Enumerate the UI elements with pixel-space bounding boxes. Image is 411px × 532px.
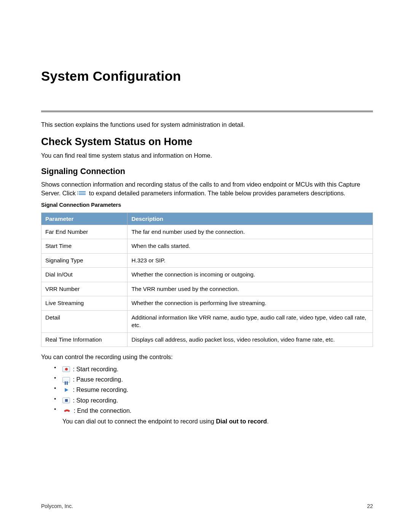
- section-heading: Check System Status on Home: [41, 136, 373, 148]
- subsection-text: Shows connection information and recordi…: [41, 180, 373, 198]
- control-label: : End the connection.: [74, 407, 132, 414]
- footer-page-number: 22: [367, 503, 373, 509]
- desc-cell: Additional information like VRR name, au…: [127, 310, 373, 332]
- table-header-parameter: Parameter: [41, 212, 127, 225]
- list-item: : Resume recording.: [62, 385, 373, 395]
- horizontal-rule: [41, 110, 373, 112]
- desc-cell: Whether the connection is incoming or ou…: [127, 268, 373, 282]
- desc-cell: When the calls started.: [127, 239, 373, 254]
- section-text: You can find real time system status and…: [41, 152, 373, 160]
- param-cell: Real Time Information: [41, 332, 127, 347]
- list-item: : End the connection.: [62, 406, 373, 415]
- controls-intro: You can control the recording using the …: [41, 353, 373, 361]
- dialout-suffix: .: [267, 418, 269, 425]
- dialout-bold: Dial out to record: [216, 418, 267, 425]
- page-footer: Polycom, Inc. 22: [41, 503, 373, 509]
- table-row: Live StreamingWhether the connection is …: [41, 296, 373, 311]
- control-label: : Pause recording.: [73, 376, 123, 383]
- list-item: : Start recording.: [62, 364, 373, 374]
- intro-paragraph: This section explains the functions used…: [41, 121, 373, 129]
- text-after-icon: to expand detailed parameters informatio…: [89, 190, 346, 197]
- control-label: : Stop recording.: [73, 397, 118, 404]
- footer-company: Polycom, Inc.: [41, 503, 73, 509]
- controls-list: : Start recording. : Pause recording. : …: [41, 364, 373, 415]
- param-cell: Start Time: [41, 239, 127, 254]
- dialout-text: You can dial out to connect the endpoint…: [62, 418, 373, 425]
- hangup-icon: [63, 408, 71, 414]
- table-row: VRR NumberThe VRR number used by the con…: [41, 282, 373, 296]
- param-cell: Far End Number: [41, 225, 127, 239]
- control-label: : Start recording.: [73, 366, 119, 372]
- control-label: : Resume recording.: [73, 386, 129, 393]
- record-icon: [62, 366, 70, 372]
- desc-cell: Displays call address, audio packet loss…: [127, 332, 373, 347]
- param-cell: Signaling Type: [41, 253, 127, 268]
- desc-cell: H.323 or SIP.: [127, 253, 373, 268]
- table-row: Signaling TypeH.323 or SIP.: [41, 253, 373, 268]
- desc-cell: The far end number used by the connectio…: [127, 225, 373, 239]
- param-cell: VRR Number: [41, 282, 127, 296]
- table-header-description: Description: [127, 212, 373, 225]
- desc-cell: Whether the connection is performing liv…: [127, 296, 373, 311]
- list-item: : Stop recording.: [62, 396, 373, 405]
- dialout-prefix: You can dial out to connect the endpoint…: [62, 418, 216, 425]
- stop-icon: [62, 398, 70, 403]
- subsection-heading: Signaling Connection: [41, 167, 373, 176]
- table-row: DetailAdditional information like VRR na…: [41, 310, 373, 332]
- play-icon: [62, 387, 70, 393]
- expand-list-icon: [79, 191, 86, 196]
- param-cell: Detail: [41, 310, 127, 332]
- param-cell: Dial In/Out: [41, 268, 127, 282]
- list-item: : Pause recording.: [62, 375, 373, 384]
- table-row: Dial In/OutWhether the connection is inc…: [41, 268, 373, 282]
- table-row: Far End NumberThe far end number used by…: [41, 225, 373, 239]
- desc-cell: The VRR number used by the connection.: [127, 282, 373, 296]
- page-title: System Configuration: [41, 69, 373, 84]
- table-row: Real Time InformationDisplays call addre…: [41, 332, 373, 347]
- document-page: System Configuration This section explai…: [0, 0, 411, 532]
- table-row: Start TimeWhen the calls started.: [41, 239, 373, 254]
- pause-icon: [62, 377, 70, 383]
- parameters-table: Parameter Description Far End NumberThe …: [41, 212, 373, 347]
- param-cell: Live Streaming: [41, 296, 127, 311]
- table-caption: Signal Connection Parameters: [41, 202, 373, 208]
